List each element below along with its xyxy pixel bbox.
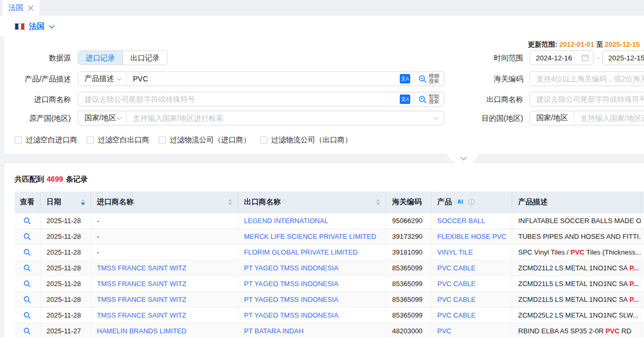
- hs-code-input[interactable]: [530, 72, 644, 86]
- smart-search-label-line2: 搜索: [429, 99, 439, 104]
- import-records-tab[interactable]: 进口记录: [78, 51, 122, 65]
- fuzzy-search-label-line2: 搜索: [429, 79, 439, 84]
- exporter-link[interactable]: FLORIM GLOBAL PRIVATE LIMITED: [244, 248, 358, 256]
- exporter-link[interactable]: LEGEND INTERNATIONAL: [244, 217, 328, 225]
- importer-cell: TMSS FRANCE SAINT WITZ: [90, 307, 237, 323]
- date-start-field[interactable]: [529, 50, 594, 65]
- exporter-link[interactable]: PT BATARA INDAH: [244, 327, 304, 335]
- checkbox-filter-blank-exporter[interactable]: 过滤空白出口商: [87, 135, 149, 145]
- divider: [414, 96, 414, 103]
- checkbox-filter-logistics-importer[interactable]: 过滤物流公司（进口商）: [159, 135, 251, 145]
- tab-france[interactable]: 法国: [3, 0, 39, 16]
- checkbox-filter-blank-importer[interactable]: 过滤空白进口商: [15, 135, 77, 145]
- app-window: 法国 法国 更新范围: 2012-01-01 至 2025-12-15 数据源 …: [0, 0, 644, 337]
- exporter-cell: PT BATARA INDAH: [237, 323, 386, 337]
- column-header-exporter[interactable]: 出口商名称: [237, 192, 386, 213]
- column-header-date[interactable]: 日期: [40, 192, 90, 213]
- info-icon[interactable]: [468, 198, 475, 207]
- importer-link[interactable]: TMSS FRANCE SAINT WITZ: [97, 311, 186, 319]
- importer-link[interactable]: -: [97, 233, 99, 240]
- product-cell: PVC CABLE: [431, 260, 512, 276]
- view-magnifier-icon[interactable]: [23, 248, 31, 256]
- view-cell: [15, 228, 40, 244]
- importer-link[interactable]: TMSS FRANCE SAINT WITZ: [97, 296, 186, 303]
- column-header-extra: [641, 192, 644, 213]
- collapse-handle[interactable]: [446, 154, 480, 163]
- importer-link[interactable]: -: [97, 217, 99, 225]
- product-type-select[interactable]: 产品描述: [78, 72, 127, 86]
- exporter-cell: PT YAGEO TMSS INDONESIA: [237, 307, 386, 323]
- tab-bar: 法国: [0, 0, 644, 16]
- origin-country-select[interactable]: 国家/地区: [78, 111, 127, 125]
- view-magnifier-icon[interactable]: [23, 264, 31, 272]
- filter-panel: 更新范围: 2012-01-01 至 2025-12-15 数据源 进口记录 出…: [4, 37, 644, 154]
- product-link[interactable]: FLEXIBLE HOSE PVC: [438, 233, 507, 240]
- view-magnifier-icon[interactable]: [23, 311, 31, 319]
- importer-sort-control[interactable]: [228, 199, 232, 205]
- checkbox-icon[interactable]: [260, 136, 267, 144]
- date-end-field[interactable]: [602, 50, 644, 65]
- product-link[interactable]: PVC: [438, 327, 452, 335]
- update-range-end: 2025-12-15: [605, 40, 640, 48]
- origin-country-input[interactable]: [127, 111, 433, 125]
- checkbox-filter-logistics-exporter[interactable]: 过滤物流公司（出口商）: [260, 135, 352, 145]
- date-cell: 2025-11-28: [40, 260, 90, 276]
- product-link[interactable]: PVC CABLE: [438, 296, 476, 303]
- exporter-link[interactable]: PT YAGEO TMSS INDONESIA: [244, 280, 339, 288]
- exporter-input[interactable]: [530, 92, 644, 106]
- tab-close-icon[interactable]: [28, 5, 34, 11]
- view-magnifier-icon[interactable]: [23, 296, 31, 303]
- divider: [414, 75, 414, 83]
- exporter-link[interactable]: PT YAGEO TMSS INDONESIA: [244, 264, 339, 272]
- view-magnifier-icon[interactable]: [23, 280, 31, 288]
- date-start-input[interactable]: [530, 51, 581, 65]
- translate-icon[interactable]: 文A: [400, 94, 410, 104]
- exporter-sort-control[interactable]: [376, 199, 380, 205]
- product-link[interactable]: PVC CABLE: [438, 311, 476, 319]
- fuzzy-search-button[interactable]: 模糊 搜索: [418, 73, 439, 84]
- checkbox-icon[interactable]: [87, 136, 94, 144]
- view-magnifier-icon[interactable]: [23, 327, 31, 335]
- importer-input[interactable]: [78, 92, 400, 106]
- country-name[interactable]: 法国: [29, 22, 45, 31]
- hs-code-cell: 85365099: [386, 276, 431, 291]
- destination-country-input[interactable]: [574, 111, 644, 125]
- description-cell: RBIND ELBA A5 SP35 2-0R PVC RD: [512, 323, 641, 337]
- column-header-importer[interactable]: 进口商名称: [90, 192, 237, 213]
- checkbox-icon[interactable]: [159, 136, 166, 144]
- exporter-link[interactable]: PT YAGEO TMSS INDONESIA: [244, 296, 339, 303]
- chevron-down-icon[interactable]: [433, 117, 444, 120]
- view-cell: [15, 260, 40, 276]
- smart-search-button[interactable]: 智能 搜索: [418, 94, 439, 104]
- destination-country-group: 国家/地区: [529, 111, 644, 125]
- view-magnifier-icon[interactable]: [23, 233, 31, 240]
- date-sort-control[interactable]: [81, 199, 85, 205]
- date-cell: 2025-11-28: [40, 276, 90, 291]
- extra-cell: [641, 244, 644, 260]
- date-end-input[interactable]: [603, 51, 644, 65]
- importer-cell: TMSS FRANCE SAINT WITZ: [90, 260, 237, 276]
- hs-code-cell: 85365099: [386, 307, 431, 323]
- product-link[interactable]: PVC CABLE: [438, 264, 476, 272]
- importer-link[interactable]: HAMELIN BRANDS LIMITED: [97, 327, 186, 335]
- magnifier-minus-icon: [418, 95, 427, 104]
- view-cell: [15, 276, 40, 291]
- product-search-input[interactable]: [127, 72, 400, 86]
- view-magnifier-icon[interactable]: [23, 217, 31, 225]
- exporter-link[interactable]: MERCK LIFE SCIENCE PRIVATE LIMITED: [244, 233, 377, 240]
- importer-link[interactable]: TMSS FRANCE SAINT WITZ: [97, 280, 186, 288]
- product-cell: PVC CABLE: [431, 276, 512, 291]
- product-link[interactable]: PVC CABLE: [438, 280, 476, 288]
- export-records-tab[interactable]: 出口记录: [122, 51, 167, 65]
- translate-icon[interactable]: 文A: [400, 74, 410, 83]
- column-header-view: 查看: [15, 192, 40, 213]
- product-link[interactable]: VINYL TILE: [438, 248, 473, 256]
- checkbox-icon[interactable]: [15, 136, 22, 144]
- product-link[interactable]: SOCCER BALL: [438, 217, 485, 225]
- country-chevron-down-icon[interactable]: [49, 22, 55, 31]
- description-cell: INFLATABLE SOCCER BALLS MADE O...: [512, 213, 641, 228]
- destination-country-select[interactable]: 国家/地区: [530, 111, 574, 125]
- importer-link[interactable]: -: [97, 248, 99, 256]
- importer-link[interactable]: TMSS FRANCE SAINT WITZ: [97, 264, 186, 272]
- exporter-link[interactable]: PT YAGEO TMSS INDONESIA: [244, 311, 339, 319]
